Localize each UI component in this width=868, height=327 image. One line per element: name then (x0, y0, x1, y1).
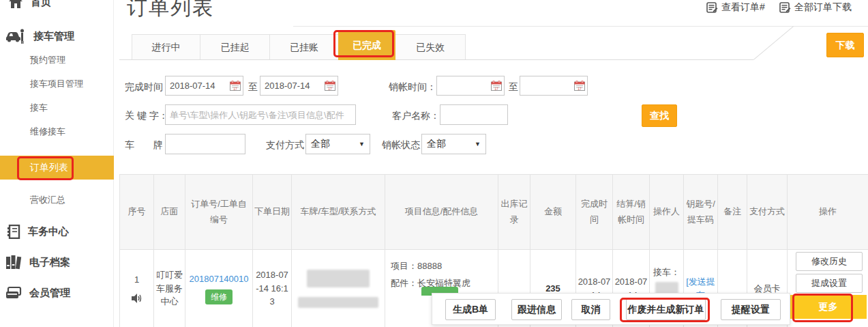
sidebar-item-label: 车务中心 (28, 225, 69, 238)
sidebar-item-order-list-active[interactable]: 订单列表 (0, 156, 114, 180)
to-label: 至 (248, 81, 258, 94)
col-header-remark: 备注 (718, 175, 747, 250)
reminder-settings-button[interactable]: 提醒设置 (721, 299, 781, 320)
tab-suspended[interactable]: 已挂起 (200, 34, 270, 60)
document-edit-icon (779, 2, 791, 14)
calendar-icon[interactable]: 17 (325, 81, 335, 91)
cancel-button[interactable]: 取消 (571, 299, 610, 320)
sidebar-item-receive-mgmt[interactable]: 接车管理 (5, 29, 74, 44)
sidebar-item-reservation-mgmt[interactable]: 预约管理 (30, 54, 65, 66)
to-label: 至 (509, 81, 518, 94)
sidebar-item-label: 会员管理 (29, 287, 70, 300)
tab-completed-active[interactable]: 已完成 (338, 30, 395, 60)
tab-underline (119, 59, 753, 60)
void-and-regenerate-button[interactable]: 作废并生成新订单 (626, 299, 706, 320)
ledger-icon (7, 225, 20, 239)
home-icon (8, 0, 23, 10)
sidebar: 首页 接车管理 预约管理 接车项目管理 接车 维修接车 订单列表 营收汇总 车务… (0, 0, 114, 327)
sidebar-item-vehicle-center[interactable]: 车务中心 (7, 225, 69, 239)
tab-on-account[interactable]: 已挂账 (269, 34, 339, 60)
col-header-key-no: 钥匙号/提车码 (684, 175, 718, 250)
car-icon (5, 29, 26, 44)
speaker-icon[interactable] (121, 293, 152, 304)
calendar-icon[interactable]: 17 (491, 81, 502, 91)
view-order-link[interactable]: 查看订单# (706, 1, 765, 14)
customer-name-input[interactable] (440, 104, 508, 125)
col-header-project-info: 项目信息/配件信息 (385, 175, 498, 250)
repair-badge: 维修 (205, 289, 233, 304)
archive-books-icon (5, 255, 22, 270)
page-title: 订单列表 (127, 0, 214, 22)
member-card-icon (5, 286, 22, 300)
tab-diagonal-edge (753, 26, 794, 60)
col-header-settle-time: 结算/销帐时间 (613, 175, 650, 250)
order-number-link[interactable]: 201807140010 (190, 274, 249, 284)
document-edit-icon (706, 2, 718, 14)
cell-order-no: 201807140010 维修 (185, 250, 253, 327)
writeoff-status-select[interactable]: 全部▼ (421, 134, 486, 154)
col-header-operator: 操作人 (650, 175, 684, 250)
calendar-icon[interactable]: 17 (230, 81, 241, 91)
modify-history-button[interactable]: 修改历史 (796, 252, 863, 271)
sidebar-item-member-mgmt[interactable]: 会员管理 (5, 286, 70, 300)
col-header-outbound: 出库记录 (498, 175, 530, 250)
col-header-complete-time: 完成时间 (576, 175, 613, 250)
col-header-index: 序号 (120, 175, 154, 250)
download-all-orders-link[interactable]: 全部订单下载 (779, 1, 852, 14)
redacted-text (298, 297, 378, 308)
cell-store: 叮叮爱车服务中心 (154, 250, 185, 327)
svg-text:17: 17 (328, 87, 332, 91)
writeoff-time-label: 销帐时间： (389, 81, 436, 94)
sidebar-item-receive[interactable]: 接车 (30, 102, 48, 114)
cell-index: 1 (120, 250, 154, 327)
dropdown-arrow-icon: ▼ (475, 141, 481, 147)
order-list-page: 首页 接车管理 预约管理 接车项目管理 接车 维修接车 订单列表 营收汇总 车务… (0, 0, 868, 327)
col-header-vehicle: 车牌/车型/联系方式 (292, 175, 385, 250)
cell-actions: 修改历史 提成设置 更多 (788, 250, 868, 327)
generate-b-order-button[interactable]: 生成B单 (445, 299, 496, 320)
tab-expired[interactable]: 已失效 (395, 34, 466, 60)
sidebar-item-project-mgmt[interactable]: 接车项目管理 (30, 78, 83, 90)
table-header-row: 序号 店面 订单号/工单自编号 下单日期 车牌/车型/联系方式 项目信息/配件信… (120, 175, 868, 250)
col-header-payment: 支付方式 (747, 175, 788, 250)
col-header-store: 店面 (154, 175, 185, 250)
dropdown-arrow-icon: ▼ (359, 141, 365, 147)
cell-vehicle (292, 250, 385, 327)
sidebar-item-label: 接车管理 (33, 30, 74, 43)
payment-method-select[interactable]: 全部▼ (305, 134, 370, 154)
search-button[interactable]: 查找 (642, 104, 677, 127)
keyword-input[interactable] (165, 104, 356, 125)
col-header-order-date: 下单日期 (253, 175, 292, 250)
customer-name-label: 客户名称： (392, 110, 440, 122)
svg-text:17: 17 (578, 87, 582, 91)
header-divider (293, 26, 868, 27)
commission-settings-button[interactable]: 提成设置 (796, 274, 863, 293)
cell-order-date: 2018-07-14 16:13 (253, 250, 292, 327)
sidebar-item-label: 首页 (31, 0, 51, 9)
sidebar-item-label: 电子档案 (29, 256, 70, 269)
plate-input[interactable] (165, 134, 245, 154)
more-button[interactable]: 更多 (790, 295, 867, 319)
sidebar-item-e-archive[interactable]: 电子档案 (5, 255, 70, 270)
svg-text:17: 17 (494, 87, 498, 91)
redacted-text (307, 270, 370, 287)
col-header-amount: 金额 (530, 175, 576, 250)
calendar-icon[interactable]: 17 (574, 81, 585, 91)
svg-text:17: 17 (233, 87, 237, 91)
sidebar-item-repair-receive[interactable]: 维修接车 (30, 126, 65, 138)
keyword-label: 关 键 字： (125, 110, 168, 122)
sidebar-item-home[interactable]: 首页 (8, 0, 51, 10)
follow-up-info-button[interactable]: 跟进信息 (511, 299, 562, 320)
col-header-actions: 操作 (788, 175, 868, 250)
row-actions-popup: 生成B单 跟进信息 取消 作废并生成新订单 提醒设置 (432, 293, 790, 325)
col-header-order-no: 订单号/工单自编号 (185, 175, 253, 250)
sidebar-item-revenue-summary[interactable]: 营收汇总 (30, 194, 65, 206)
tab-in-progress[interactable]: 进行中 (132, 34, 200, 60)
download-button[interactable]: 下载 (826, 33, 864, 57)
